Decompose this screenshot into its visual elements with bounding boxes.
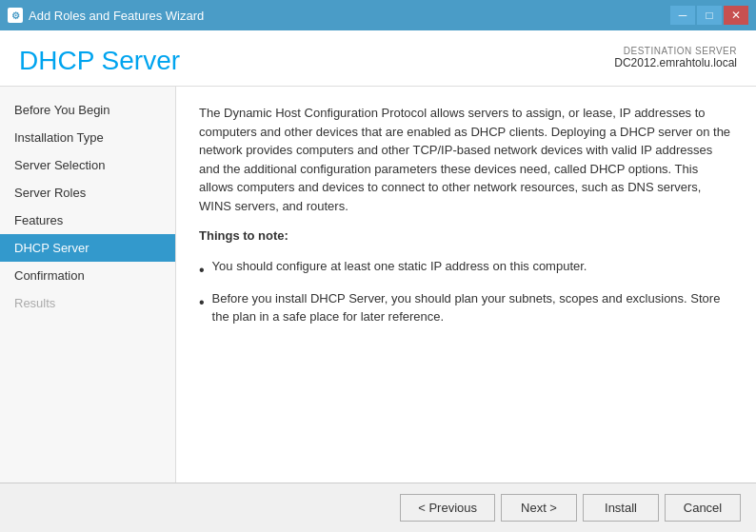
install-button[interactable]: Install bbox=[583, 494, 659, 522]
main-description: The Dynamic Host Configuration Protocol … bbox=[199, 104, 733, 215]
wizard-header: DHCP Server DESTINATION SERVER DC2012.em… bbox=[0, 30, 756, 87]
wizard-body: DHCP Server DESTINATION SERVER DC2012.em… bbox=[0, 30, 756, 532]
wizard-title: DHCP Server bbox=[19, 46, 180, 76]
things-to-note-label: Things to note: bbox=[199, 227, 733, 246]
sidebar-item-before-you-begin[interactable]: Before You Begin bbox=[0, 96, 175, 124]
title-bar: ⚙ Add Roles and Features Wizard ─ □ ✕ bbox=[0, 0, 756, 30]
minimize-button[interactable]: ─ bbox=[670, 6, 695, 25]
bullet-dot: • bbox=[199, 259, 205, 282]
wizard-icon: ⚙ bbox=[8, 8, 23, 23]
bullet-dot: • bbox=[199, 291, 205, 314]
sidebar-item-server-selection[interactable]: Server Selection bbox=[0, 151, 175, 179]
list-item: •You should configure at least one stati… bbox=[199, 257, 733, 282]
maximize-button[interactable]: □ bbox=[697, 6, 722, 25]
title-bar-left: ⚙ Add Roles and Features Wizard bbox=[8, 8, 204, 23]
wizard-content: Before You BeginInstallation TypeServer … bbox=[0, 87, 756, 483]
previous-button[interactable]: < Previous bbox=[400, 494, 495, 522]
close-button[interactable]: ✕ bbox=[724, 6, 748, 25]
bullet-list: •You should configure at least one stati… bbox=[199, 257, 733, 326]
sidebar-item-dhcp-server[interactable]: DHCP Server bbox=[0, 234, 175, 262]
sidebar-item-server-roles[interactable]: Server Roles bbox=[0, 179, 175, 207]
bullet-text: You should configure at least one static… bbox=[212, 257, 587, 276]
sidebar-item-features[interactable]: Features bbox=[0, 207, 175, 234]
title-bar-title: Add Roles and Features Wizard bbox=[29, 9, 204, 23]
title-bar-controls: ─ □ ✕ bbox=[670, 6, 748, 25]
bullet-text: Before you install DHCP Server, you shou… bbox=[212, 289, 733, 326]
wizard-footer: < Previous Next > Install Cancel bbox=[0, 483, 756, 532]
dest-server-label: DESTINATION SERVER bbox=[614, 46, 737, 56]
sidebar-item-results: Results bbox=[0, 289, 175, 317]
list-item: •Before you install DHCP Server, you sho… bbox=[199, 289, 733, 326]
sidebar: Before You BeginInstallation TypeServer … bbox=[0, 87, 176, 483]
dest-server-name: DC2012.emrahtolu.local bbox=[614, 56, 737, 69]
sidebar-item-confirmation[interactable]: Confirmation bbox=[0, 262, 175, 289]
more-info: More information about DHCP Server bbox=[199, 334, 733, 483]
next-button[interactable]: Next > bbox=[501, 494, 577, 522]
main-panel: The Dynamic Host Configuration Protocol … bbox=[176, 87, 756, 483]
dest-server-info: DESTINATION SERVER DC2012.emrahtolu.loca… bbox=[614, 46, 737, 69]
sidebar-item-installation-type[interactable]: Installation Type bbox=[0, 124, 175, 151]
cancel-button[interactable]: Cancel bbox=[665, 494, 741, 522]
